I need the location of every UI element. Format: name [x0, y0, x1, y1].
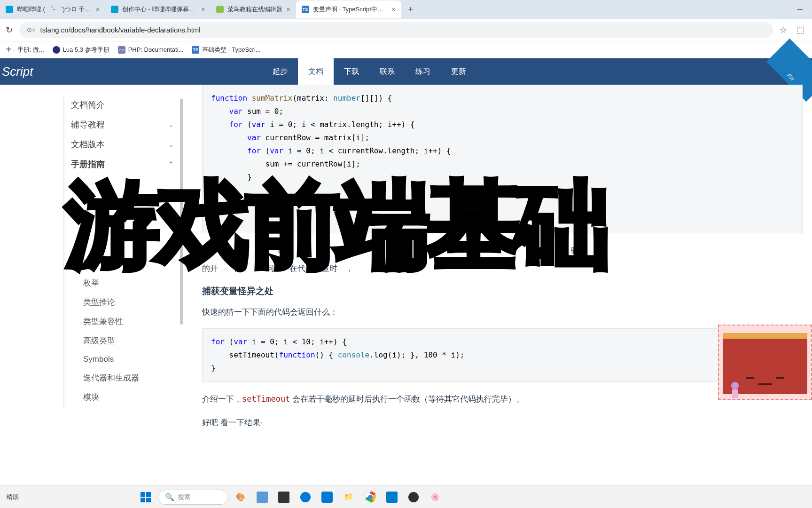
svg-rect-6	[257, 492, 268, 503]
bookmark-label: PHP: Documentati...	[128, 46, 184, 53]
taskbar-explorer[interactable]: 📁	[339, 488, 358, 507]
prose-5: 好吧 看一下结果·	[202, 415, 803, 430]
bookmark-0[interactable]: 主 - 手册: 微...	[6, 46, 44, 54]
main-content: function sumMatrix(matrix: number[][]) {…	[183, 85, 812, 508]
url-input[interactable]: ⊙≡ tslang.cn/docs/handbook/variable-decl…	[19, 22, 773, 38]
nav-start[interactable]: 起步	[262, 58, 298, 85]
taskbar-obs[interactable]	[404, 488, 423, 507]
svg-rect-2	[141, 492, 145, 497]
chevron-down-icon: ⌄	[168, 121, 174, 128]
close-icon[interactable]: ×	[286, 6, 290, 13]
sidebar-sub-inference[interactable]: 类型推论	[64, 293, 183, 312]
taskbar-app-last[interactable]: 🌸	[426, 488, 445, 507]
bookmark-label: 主 - 手册: 微...	[6, 46, 44, 54]
browser-tab-0[interactable]: 哔哩哔哩 ( ゜- ゜)つロ 干杯~-bi ×	[0, 0, 105, 18]
url-text: tslang.cn/docs/handbook/variable-declara…	[40, 26, 201, 34]
tab-title: 变量声明 · TypeScript中文网	[313, 5, 388, 14]
minimize-button[interactable]: —	[797, 6, 803, 13]
sidebar-sub-compat[interactable]: 类型兼容性	[64, 312, 183, 331]
window-controls: —	[797, 6, 812, 13]
nav-contact[interactable]: 联系	[369, 58, 405, 85]
overlay-title: 游戏前端基础	[66, 162, 607, 289]
bilibili-icon	[6, 6, 13, 13]
php-icon: php	[118, 46, 125, 54]
reload-button[interactable]: ↻	[6, 25, 13, 35]
svg-rect-3	[146, 492, 151, 497]
typescript-icon: TS	[192, 46, 199, 54]
tab-title: 菜鸟教程在线编辑器	[227, 5, 282, 14]
nav-docs[interactable]: 文档	[298, 58, 334, 85]
sidebar: 文档简介 辅导教程 ⌄ 文档版本 ⌄ 手册指南 ⌃ 泛型 枚举 类型推论 类型兼…	[0, 85, 183, 508]
lua-icon	[53, 46, 60, 54]
svg-point-0	[731, 382, 739, 389]
browser-tab-strip: 哔哩哔哩 ( ゜- ゜)つロ 干杯~-bi × 创作中心 - 哔哩哔哩弹幕视频网…	[0, 0, 812, 19]
taskbar-app-0[interactable]: 🎨	[231, 488, 250, 507]
star-icon[interactable]: ☆	[780, 25, 787, 35]
address-bar: ↻ ⊙≡ tslang.cn/docs/handbook/variable-de…	[0, 19, 812, 41]
sidebar-item-tutorial[interactable]: 辅导教程 ⌄	[64, 115, 183, 135]
sidebar-label: 文档简介	[71, 99, 105, 111]
svg-rect-4	[141, 498, 145, 502]
prose-4: 介绍一下，setTimeout 会在若干毫秒的延时后执行一个函数（等待其它代码执…	[202, 391, 803, 407]
svg-point-8	[300, 492, 311, 502]
taskbar-app-3[interactable]	[318, 488, 336, 507]
taskbar-edge[interactable]	[296, 488, 315, 507]
bilibili-icon	[111, 6, 118, 13]
runoob-icon	[216, 6, 224, 13]
tab-title: 创作中心 - 哔哩哔哩弹幕视频网	[122, 5, 197, 14]
avatar-icon	[727, 380, 742, 399]
taskbar-app-2[interactable]	[274, 488, 293, 507]
site-nav: 起步 文档 下载 联系 练习 更新	[262, 58, 476, 85]
sidebar-sub-iterators[interactable]: 迭代器和生成器	[64, 368, 183, 388]
bookmarks-bar: 主 - 手册: 微... Lua 5.3 参考手册 php PHP: Docum…	[0, 41, 812, 58]
svg-point-13	[408, 492, 419, 502]
sidebar-label: 辅导教程	[71, 119, 105, 130]
site-logo[interactable]: Script	[0, 64, 41, 79]
browser-tab-2[interactable]: 菜鸟教程在线编辑器 ×	[211, 0, 296, 18]
svg-rect-12	[386, 492, 398, 503]
taskbar: 晴朗 🔍 搜索 🎨 📁 🌸	[0, 485, 812, 508]
sidebar-item-version[interactable]: 文档版本 ⌄	[64, 135, 183, 154]
prose-3: 快速的猜一下下面的代码会返回什么：	[202, 305, 803, 320]
site-header: Script 起步 文档 下载 联系 练习 更新 For	[0, 58, 812, 85]
taskbar-vscode[interactable]	[383, 488, 401, 507]
typescript-icon: TS	[302, 6, 309, 13]
sidebar-item-intro[interactable]: 文档简介	[64, 95, 183, 115]
nav-update[interactable]: 更新	[441, 58, 476, 85]
taskbar-app-1[interactable]	[253, 488, 272, 507]
sidebar-label: 文档版本	[71, 139, 105, 150]
new-tab-button[interactable]: +	[404, 3, 417, 16]
bookmark-1[interactable]: Lua 5.3 参考手册	[53, 46, 109, 54]
picture-in-picture[interactable]	[718, 325, 812, 400]
close-icon[interactable]: ×	[96, 6, 100, 13]
close-icon[interactable]: ×	[392, 6, 396, 13]
code-block-2: ⎘ for (var i = 0; i < 10; i++) { setTime…	[202, 328, 803, 382]
sidebar-sub-advanced[interactable]: 高级类型	[64, 331, 183, 350]
close-icon[interactable]: ×	[201, 6, 205, 13]
browser-tab-1[interactable]: 创作中心 - 哔哩哔哩弹幕视频网 ×	[105, 0, 211, 18]
svg-rect-7	[278, 492, 289, 503]
tab-title: 哔哩哔哩 ( ゜- ゜)つロ 干杯~-bi	[17, 5, 92, 14]
search-icon: 🔍	[165, 492, 174, 501]
sidebar-sub-modules[interactable]: 模块	[64, 388, 183, 407]
bookmark-label: Lua 5.3 参考手册	[63, 46, 109, 54]
bookmark-2[interactable]: php PHP: Documentati...	[118, 46, 184, 54]
start-button[interactable]	[136, 488, 155, 507]
taskbar-search[interactable]: 🔍 搜索	[158, 490, 228, 505]
site-info-icon[interactable]: ⊙≡	[27, 26, 36, 33]
browser-tab-3[interactable]: TS 变量声明 · TypeScript中文网 ×	[296, 0, 401, 18]
taskbar-chrome[interactable]	[361, 488, 380, 507]
svg-rect-5	[146, 498, 151, 502]
search-placeholder: 搜索	[178, 493, 190, 501]
svg-rect-9	[321, 492, 333, 503]
nav-practice[interactable]: 练习	[405, 58, 441, 85]
nav-download[interactable]: 下载	[334, 58, 369, 85]
bookmark-label: 基础类型 · TypeScri...	[202, 46, 260, 54]
weather-widget[interactable]: 晴朗	[7, 493, 19, 501]
svg-rect-1	[732, 389, 738, 398]
chevron-down-icon: ⌄	[168, 141, 174, 148]
extensions-icon[interactable]: ⬚	[796, 25, 804, 35]
bookmark-3[interactable]: TS 基础类型 · TypeScri...	[192, 46, 260, 54]
sidebar-sub-symbols[interactable]: Symbols	[64, 350, 183, 368]
